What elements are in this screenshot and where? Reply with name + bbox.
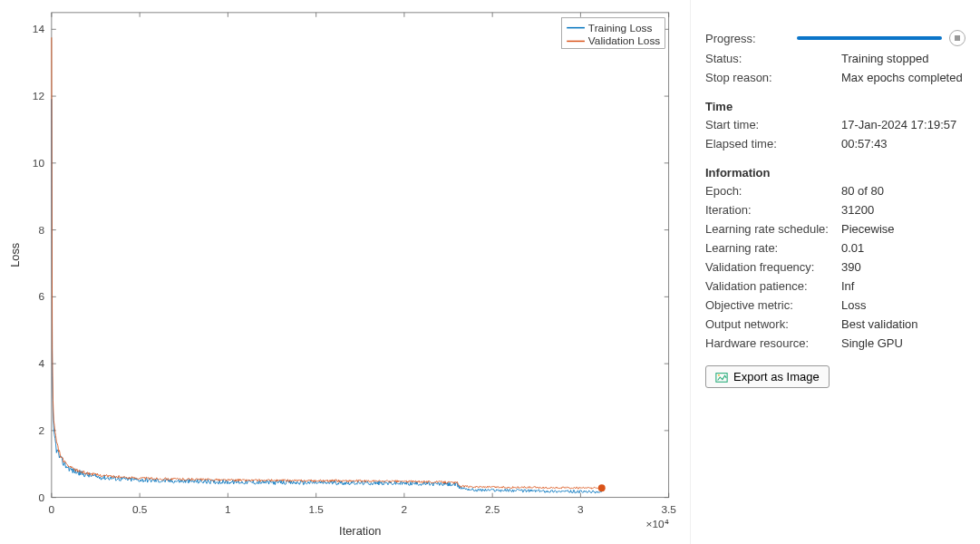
lr-label: Learning rate:: [705, 241, 841, 255]
epoch-label: Epoch:: [705, 184, 841, 198]
out-net-label: Output network:: [705, 317, 841, 331]
val-freq-value: 390: [841, 260, 965, 274]
start-time-value: 17-Jan-2024 17:19:57: [841, 118, 965, 131]
svg-text:×10⁴: ×10⁴: [646, 518, 669, 530]
progress-row: Progress:: [705, 27, 965, 49]
stop-button[interactable]: [949, 30, 965, 46]
svg-text:14: 14: [33, 23, 45, 35]
val-patience-value: Inf: [841, 279, 965, 293]
export-button-label: Export as Image: [733, 370, 820, 384]
lr-schedule-row: Learning rate schedule: Piecewise: [705, 219, 965, 238]
svg-text:2: 2: [402, 503, 408, 516]
val-patience-label: Validation patience:: [705, 279, 841, 293]
svg-text:2.5: 2.5: [485, 503, 500, 516]
svg-text:0: 0: [49, 503, 55, 516]
svg-rect-0: [52, 13, 669, 498]
elapsed-time-value: 00:57:43: [841, 137, 965, 151]
stop-reason-value: Max epochs completed: [841, 71, 965, 84]
export-as-image-button[interactable]: Export as Image: [705, 365, 830, 388]
info-section-header: Information: [705, 153, 965, 181]
svg-text:0.5: 0.5: [132, 503, 148, 516]
status-row: Status: Training stopped: [705, 49, 965, 68]
export-icon: [715, 371, 728, 384]
svg-text:Validation Loss: Validation Loss: [588, 34, 660, 47]
obj-metric-label: Objective metric:: [705, 298, 841, 312]
loss-chart: 0246810121400.511.522.533.5×10⁴Iteration…: [2, 4, 688, 540]
lr-value: 0.01: [841, 241, 965, 255]
svg-text:1.5: 1.5: [308, 503, 324, 516]
progress-label: Progress:: [705, 32, 797, 45]
iteration-value: 31200: [841, 203, 965, 217]
svg-text:3.5: 3.5: [661, 503, 676, 516]
info-panel: Progress: Status: Training stopped Stop …: [690, 0, 980, 544]
val-freq-label: Validation frequency:: [705, 260, 841, 274]
svg-rect-58: [716, 373, 727, 382]
lr-row: Learning rate: 0.01: [705, 238, 965, 257]
obj-metric-row: Objective metric: Loss: [705, 296, 965, 315]
svg-text:2: 2: [38, 424, 44, 437]
svg-text:Loss: Loss: [8, 243, 22, 267]
svg-text:4: 4: [38, 357, 44, 370]
svg-text:3: 3: [577, 503, 584, 516]
start-time-row: Start time: 17-Jan-2024 17:19:57: [705, 115, 965, 134]
epoch-value: 80 of 80: [841, 184, 965, 198]
status-value: Training stopped: [841, 52, 965, 65]
val-patience-row: Validation patience: Inf: [705, 277, 965, 296]
svg-text:1: 1: [225, 503, 231, 516]
svg-text:10: 10: [33, 157, 45, 170]
iteration-row: Iteration: 31200: [705, 200, 965, 219]
time-section-header: Time: [705, 87, 965, 115]
hw-label: Hardware resource:: [705, 336, 841, 350]
out-net-row: Output network: Best validation: [705, 315, 965, 334]
iteration-label: Iteration:: [705, 203, 841, 217]
start-time-label: Start time:: [705, 118, 841, 131]
progress-bar: [797, 36, 942, 40]
lr-schedule-label: Learning rate schedule:: [705, 222, 841, 236]
status-label: Status:: [705, 52, 841, 65]
stop-reason-row: Stop reason: Max epochs completed: [705, 68, 965, 87]
hw-row: Hardware resource: Single GPU: [705, 334, 965, 353]
out-net-value: Best validation: [841, 317, 965, 331]
elapsed-time-row: Elapsed time: 00:57:43: [705, 134, 965, 153]
epoch-row: Epoch: 80 of 80: [705, 181, 965, 200]
app-container: 0246810121400.511.522.533.5×10⁴Iteration…: [0, 0, 980, 544]
svg-text:Training Loss: Training Loss: [588, 22, 653, 34]
chart-pane: 0246810121400.511.522.533.5×10⁴Iteration…: [0, 0, 690, 544]
svg-point-52: [598, 484, 606, 491]
elapsed-time-label: Elapsed time:: [705, 137, 841, 151]
val-freq-row: Validation frequency: 390: [705, 257, 965, 277]
lr-schedule-value: Piecewise: [841, 222, 965, 236]
svg-text:0: 0: [38, 491, 44, 504]
hw-value: Single GPU: [841, 336, 965, 350]
svg-text:8: 8: [38, 224, 44, 237]
stop-reason-label: Stop reason:: [705, 71, 841, 84]
obj-metric-value: Loss: [841, 298, 965, 312]
svg-text:Iteration: Iteration: [339, 524, 381, 538]
svg-text:6: 6: [38, 290, 44, 303]
svg-text:12: 12: [33, 90, 44, 102]
svg-point-59: [718, 374, 720, 375]
